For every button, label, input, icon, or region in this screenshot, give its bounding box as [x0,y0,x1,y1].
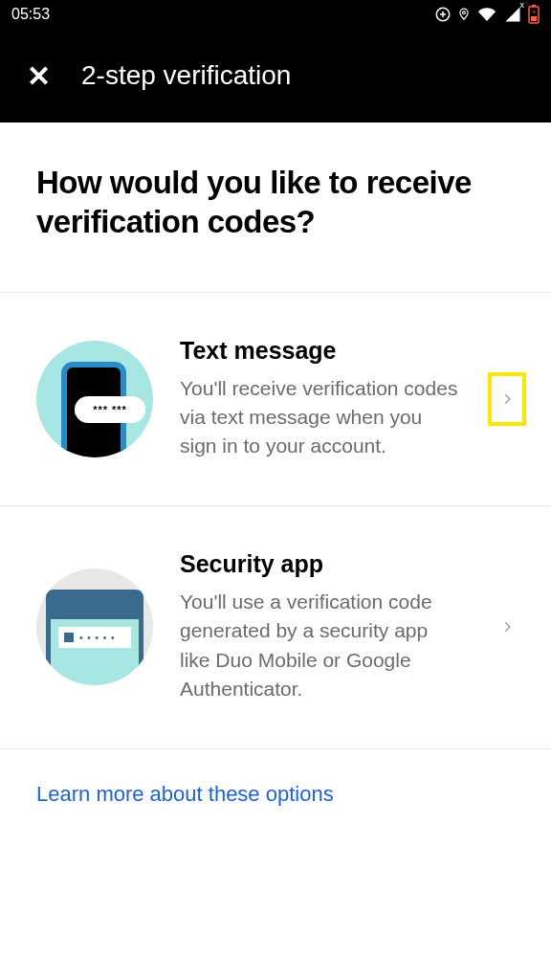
page-heading: How would you like to receive verificati… [0,122,551,292]
security-app-illustration [36,568,153,685]
status-bar: 05:53 x + [0,0,551,29]
option-title: Text message [180,337,461,365]
wifi-icon [476,6,497,23]
svg-text:+: + [532,8,537,16]
battery-icon: + [528,5,540,24]
option-body: Text message You'll receive verification… [180,337,461,461]
link-row: Learn more about these options [0,749,551,839]
chevron-right-icon [500,388,514,411]
add-circle-icon [434,6,452,23]
svg-rect-3 [532,5,536,7]
option-description: You'll receive verification codes via te… [180,374,461,461]
status-icons: x + [434,5,540,24]
signal-icon: x [503,6,522,23]
learn-more-link[interactable]: Learn more about these options [36,782,334,806]
status-time: 05:53 [11,6,50,23]
close-icon[interactable]: ✕ [27,59,51,93]
text-message-illustration: *** *** [36,341,153,457]
option-description: You'll use a verification code generated… [180,588,461,704]
svg-rect-4 [531,16,537,21]
app-header: ✕ 2-step verification [0,29,551,122]
chevron-right-icon [500,615,514,638]
option-body: Security app You'll use a verification c… [180,550,461,704]
option-title: Security app [180,550,461,578]
chevron-box[interactable] [488,600,526,654]
location-icon [457,6,471,23]
chevron-highlight-box[interactable] [488,372,526,426]
option-security-app[interactable]: Security app You'll use a verification c… [0,506,551,748]
page-title: 2-step verification [81,60,291,91]
svg-point-1 [463,11,466,14]
option-text-message[interactable]: *** *** Text message You'll receive veri… [0,293,551,505]
